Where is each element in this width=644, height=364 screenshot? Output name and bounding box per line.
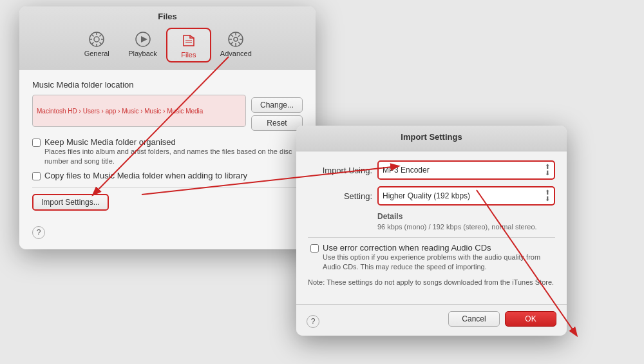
keep-organised-desc: Places files into album and artist folde… bbox=[44, 147, 303, 167]
svg-line-8 bbox=[100, 35, 102, 37]
error-correction-desc: Use this option if you experience proble… bbox=[323, 253, 553, 273]
tab-files[interactable]: Files bbox=[166, 28, 211, 62]
import-dialog-titlebar: Import Settings bbox=[296, 126, 567, 151]
tab-advanced-label: Advanced bbox=[220, 50, 252, 57]
general-icon bbox=[88, 30, 106, 48]
import-using-value: MP3 Encoder bbox=[383, 166, 545, 175]
import-using-select[interactable]: MP3 Encoder ⬆⬇ bbox=[377, 160, 555, 180]
import-using-label: Import Using: bbox=[308, 166, 372, 175]
error-correction-section: Use error correction when reading Audio … bbox=[308, 243, 555, 273]
import-help-button[interactable]: ? bbox=[307, 315, 319, 328]
import-settings-dialog: Import Settings Import Using: MP3 Encode… bbox=[296, 126, 567, 336]
files-help-button[interactable]: ? bbox=[32, 226, 45, 239]
folder-path-box: Macintosh HD › Users › app › Music › Mus… bbox=[32, 95, 246, 127]
folder-path-overlay: Macintosh HD › Users › app › Music › Mus… bbox=[33, 95, 245, 126]
files-dialog-body: Music Media folder location Macintosh HD… bbox=[19, 70, 316, 249]
files-dialog: Files General bbox=[19, 6, 316, 249]
toolbar-tabs: General Playback Files bbox=[27, 25, 308, 66]
tab-files-label: Files bbox=[181, 51, 196, 59]
folder-input-row: Macintosh HD › Users › app › Music › Mus… bbox=[32, 95, 303, 131]
svg-line-20 bbox=[231, 35, 234, 37]
svg-line-9 bbox=[92, 43, 94, 44]
change-button[interactable]: Change... bbox=[251, 97, 303, 113]
setting-select[interactable]: Higher Quality (192 kbps) ⬆⬇ bbox=[377, 186, 555, 206]
copy-files-checkbox[interactable] bbox=[32, 172, 41, 180]
svg-line-7 bbox=[100, 43, 102, 44]
files-dialog-title: Files bbox=[27, 12, 308, 21]
folder-buttons: Change... Reset bbox=[251, 95, 303, 131]
svg-line-22 bbox=[238, 35, 241, 37]
details-text: 96 kbps (mono) / 192 kbps (stereo), norm… bbox=[377, 223, 555, 231]
tab-playback[interactable]: Playback bbox=[119, 28, 166, 62]
setting-arrows: ⬆⬇ bbox=[545, 189, 550, 202]
import-dialog-body: Import Using: MP3 Encoder ⬆⬇ Setting: Hi… bbox=[296, 151, 567, 304]
keep-organised-label: Keep Music Media folder organised bbox=[44, 137, 303, 147]
import-dialog-footer: ? Cancel OK bbox=[296, 304, 567, 336]
import-dialog-title: Import Settings bbox=[304, 132, 559, 142]
tab-playback-label: Playback bbox=[128, 50, 157, 57]
copy-files-row: Copy files to Music Media folder when ad… bbox=[32, 171, 303, 180]
divider bbox=[32, 187, 303, 187]
playback-icon bbox=[134, 30, 152, 48]
import-divider bbox=[308, 237, 555, 238]
details-section: Details 96 kbps (mono) / 192 kbps (stere… bbox=[377, 212, 555, 231]
import-using-row: Import Using: MP3 Encoder ⬆⬇ bbox=[308, 160, 555, 180]
error-correction-checkbox[interactable] bbox=[310, 244, 319, 253]
svg-line-21 bbox=[238, 42, 241, 44]
error-correction-row: Use error correction when reading Audio … bbox=[310, 243, 553, 273]
svg-marker-11 bbox=[141, 36, 147, 43]
import-using-arrows: ⬆⬇ bbox=[545, 164, 550, 177]
keep-organised-checkbox[interactable] bbox=[32, 139, 41, 147]
svg-point-1 bbox=[94, 37, 99, 42]
error-correction-label: Use error correction when reading Audio … bbox=[323, 243, 553, 253]
folder-path-text: Macintosh HD › Users › app › Music › Mus… bbox=[37, 108, 203, 115]
files-icon bbox=[180, 32, 198, 50]
note-text: Note: These settings do not apply to son… bbox=[308, 278, 555, 287]
cancel-button[interactable]: Cancel bbox=[448, 311, 500, 327]
setting-label: Setting: bbox=[308, 191, 372, 201]
keep-organised-row: Keep Music Media folder organised Places… bbox=[32, 137, 303, 167]
details-label: Details bbox=[377, 212, 555, 221]
svg-point-15 bbox=[234, 37, 238, 41]
reset-button[interactable]: Reset bbox=[251, 115, 303, 131]
files-dialog-titlebar: Files General bbox=[19, 6, 316, 70]
setting-row: Setting: Higher Quality (192 kbps) ⬆⬇ bbox=[308, 186, 555, 206]
ok-button[interactable]: OK bbox=[505, 311, 556, 327]
tab-general[interactable]: General bbox=[74, 28, 119, 62]
svg-line-23 bbox=[231, 42, 234, 44]
svg-line-6 bbox=[92, 35, 94, 37]
advanced-icon bbox=[227, 30, 245, 48]
setting-value: Higher Quality (192 kbps) bbox=[383, 191, 545, 200]
tab-advanced[interactable]: Advanced bbox=[211, 28, 261, 62]
import-settings-button[interactable]: Import Settings... bbox=[32, 194, 109, 211]
tab-general-label: General bbox=[84, 50, 109, 57]
folder-section-title: Music Media folder location bbox=[32, 80, 303, 90]
copy-files-label: Copy files to Music Media folder when ad… bbox=[44, 171, 247, 180]
